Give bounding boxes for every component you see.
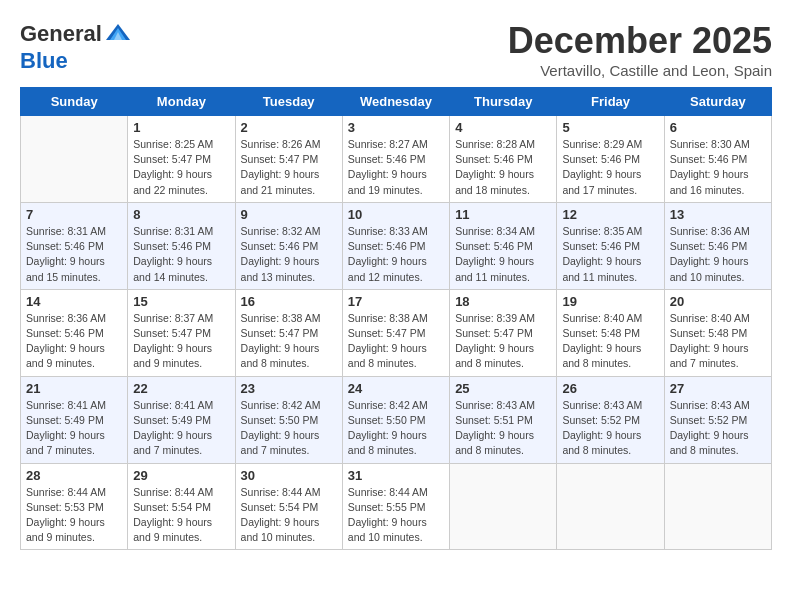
calendar-cell: 13Sunrise: 8:36 AMSunset: 5:46 PMDayligh… — [664, 202, 771, 289]
day-number: 10 — [348, 207, 444, 222]
day-number: 5 — [562, 120, 658, 135]
day-number: 19 — [562, 294, 658, 309]
cell-info: Sunrise: 8:44 AMSunset: 5:55 PMDaylight:… — [348, 485, 444, 546]
day-number: 17 — [348, 294, 444, 309]
title-section: December 2025 Vertavillo, Castille and L… — [508, 20, 772, 79]
page-header: General Blue December 2025 Vertavillo, C… — [20, 20, 772, 79]
cell-info: Sunrise: 8:31 AMSunset: 5:46 PMDaylight:… — [133, 224, 229, 285]
calendar-cell — [664, 463, 771, 550]
cell-info: Sunrise: 8:32 AMSunset: 5:46 PMDaylight:… — [241, 224, 337, 285]
calendar-cell: 24Sunrise: 8:42 AMSunset: 5:50 PMDayligh… — [342, 376, 449, 463]
day-number: 3 — [348, 120, 444, 135]
cell-info: Sunrise: 8:43 AMSunset: 5:52 PMDaylight:… — [562, 398, 658, 459]
logo-blue-text: Blue — [20, 48, 68, 74]
cell-info: Sunrise: 8:26 AMSunset: 5:47 PMDaylight:… — [241, 137, 337, 198]
calendar-cell: 26Sunrise: 8:43 AMSunset: 5:52 PMDayligh… — [557, 376, 664, 463]
cell-info: Sunrise: 8:42 AMSunset: 5:50 PMDaylight:… — [241, 398, 337, 459]
cell-info: Sunrise: 8:40 AMSunset: 5:48 PMDaylight:… — [670, 311, 766, 372]
calendar-cell: 22Sunrise: 8:41 AMSunset: 5:49 PMDayligh… — [128, 376, 235, 463]
calendar-cell: 1Sunrise: 8:25 AMSunset: 5:47 PMDaylight… — [128, 116, 235, 203]
calendar-cell: 14Sunrise: 8:36 AMSunset: 5:46 PMDayligh… — [21, 289, 128, 376]
calendar-cell: 31Sunrise: 8:44 AMSunset: 5:55 PMDayligh… — [342, 463, 449, 550]
calendar-cell: 17Sunrise: 8:38 AMSunset: 5:47 PMDayligh… — [342, 289, 449, 376]
cell-info: Sunrise: 8:41 AMSunset: 5:49 PMDaylight:… — [133, 398, 229, 459]
day-number: 29 — [133, 468, 229, 483]
calendar-week-row: 28Sunrise: 8:44 AMSunset: 5:53 PMDayligh… — [21, 463, 772, 550]
day-number: 12 — [562, 207, 658, 222]
cell-info: Sunrise: 8:36 AMSunset: 5:46 PMDaylight:… — [670, 224, 766, 285]
day-number: 31 — [348, 468, 444, 483]
cell-info: Sunrise: 8:43 AMSunset: 5:51 PMDaylight:… — [455, 398, 551, 459]
calendar-cell: 9Sunrise: 8:32 AMSunset: 5:46 PMDaylight… — [235, 202, 342, 289]
day-number: 27 — [670, 381, 766, 396]
cell-info: Sunrise: 8:44 AMSunset: 5:54 PMDaylight:… — [133, 485, 229, 546]
cell-info: Sunrise: 8:25 AMSunset: 5:47 PMDaylight:… — [133, 137, 229, 198]
day-number: 23 — [241, 381, 337, 396]
day-number: 9 — [241, 207, 337, 222]
weekday-header-wednesday: Wednesday — [342, 88, 449, 116]
calendar-cell: 11Sunrise: 8:34 AMSunset: 5:46 PMDayligh… — [450, 202, 557, 289]
day-number: 1 — [133, 120, 229, 135]
day-number: 13 — [670, 207, 766, 222]
logo-general-text: General — [20, 21, 102, 47]
calendar-cell: 12Sunrise: 8:35 AMSunset: 5:46 PMDayligh… — [557, 202, 664, 289]
cell-info: Sunrise: 8:29 AMSunset: 5:46 PMDaylight:… — [562, 137, 658, 198]
calendar-cell: 18Sunrise: 8:39 AMSunset: 5:47 PMDayligh… — [450, 289, 557, 376]
calendar-cell: 19Sunrise: 8:40 AMSunset: 5:48 PMDayligh… — [557, 289, 664, 376]
day-number: 2 — [241, 120, 337, 135]
weekday-header-thursday: Thursday — [450, 88, 557, 116]
calendar-week-row: 14Sunrise: 8:36 AMSunset: 5:46 PMDayligh… — [21, 289, 772, 376]
cell-info: Sunrise: 8:28 AMSunset: 5:46 PMDaylight:… — [455, 137, 551, 198]
day-number: 20 — [670, 294, 766, 309]
calendar-cell: 8Sunrise: 8:31 AMSunset: 5:46 PMDaylight… — [128, 202, 235, 289]
cell-info: Sunrise: 8:36 AMSunset: 5:46 PMDaylight:… — [26, 311, 122, 372]
calendar-cell — [557, 463, 664, 550]
day-number: 15 — [133, 294, 229, 309]
day-number: 11 — [455, 207, 551, 222]
calendar-cell: 3Sunrise: 8:27 AMSunset: 5:46 PMDaylight… — [342, 116, 449, 203]
cell-info: Sunrise: 8:44 AMSunset: 5:53 PMDaylight:… — [26, 485, 122, 546]
calendar-cell: 4Sunrise: 8:28 AMSunset: 5:46 PMDaylight… — [450, 116, 557, 203]
cell-info: Sunrise: 8:39 AMSunset: 5:47 PMDaylight:… — [455, 311, 551, 372]
calendar-week-row: 7Sunrise: 8:31 AMSunset: 5:46 PMDaylight… — [21, 202, 772, 289]
day-number: 4 — [455, 120, 551, 135]
month-title: December 2025 — [508, 20, 772, 62]
calendar-cell: 10Sunrise: 8:33 AMSunset: 5:46 PMDayligh… — [342, 202, 449, 289]
cell-info: Sunrise: 8:35 AMSunset: 5:46 PMDaylight:… — [562, 224, 658, 285]
weekday-header-sunday: Sunday — [21, 88, 128, 116]
calendar-cell: 16Sunrise: 8:38 AMSunset: 5:47 PMDayligh… — [235, 289, 342, 376]
cell-info: Sunrise: 8:38 AMSunset: 5:47 PMDaylight:… — [241, 311, 337, 372]
calendar-cell: 30Sunrise: 8:44 AMSunset: 5:54 PMDayligh… — [235, 463, 342, 550]
calendar-week-row: 21Sunrise: 8:41 AMSunset: 5:49 PMDayligh… — [21, 376, 772, 463]
cell-info: Sunrise: 8:27 AMSunset: 5:46 PMDaylight:… — [348, 137, 444, 198]
day-number: 30 — [241, 468, 337, 483]
day-number: 7 — [26, 207, 122, 222]
calendar-cell: 25Sunrise: 8:43 AMSunset: 5:51 PMDayligh… — [450, 376, 557, 463]
day-number: 26 — [562, 381, 658, 396]
day-number: 22 — [133, 381, 229, 396]
calendar-cell: 21Sunrise: 8:41 AMSunset: 5:49 PMDayligh… — [21, 376, 128, 463]
calendar-week-row: 1Sunrise: 8:25 AMSunset: 5:47 PMDaylight… — [21, 116, 772, 203]
cell-info: Sunrise: 8:43 AMSunset: 5:52 PMDaylight:… — [670, 398, 766, 459]
calendar-cell: 20Sunrise: 8:40 AMSunset: 5:48 PMDayligh… — [664, 289, 771, 376]
weekday-header-saturday: Saturday — [664, 88, 771, 116]
calendar-cell: 5Sunrise: 8:29 AMSunset: 5:46 PMDaylight… — [557, 116, 664, 203]
cell-info: Sunrise: 8:37 AMSunset: 5:47 PMDaylight:… — [133, 311, 229, 372]
calendar-cell: 7Sunrise: 8:31 AMSunset: 5:46 PMDaylight… — [21, 202, 128, 289]
cell-info: Sunrise: 8:44 AMSunset: 5:54 PMDaylight:… — [241, 485, 337, 546]
day-number: 25 — [455, 381, 551, 396]
calendar-cell: 6Sunrise: 8:30 AMSunset: 5:46 PMDaylight… — [664, 116, 771, 203]
calendar-cell: 28Sunrise: 8:44 AMSunset: 5:53 PMDayligh… — [21, 463, 128, 550]
weekday-header-monday: Monday — [128, 88, 235, 116]
day-number: 8 — [133, 207, 229, 222]
cell-info: Sunrise: 8:42 AMSunset: 5:50 PMDaylight:… — [348, 398, 444, 459]
weekday-header-row: SundayMondayTuesdayWednesdayThursdayFrid… — [21, 88, 772, 116]
calendar-cell — [21, 116, 128, 203]
calendar-cell: 2Sunrise: 8:26 AMSunset: 5:47 PMDaylight… — [235, 116, 342, 203]
logo: General Blue — [20, 20, 132, 74]
calendar-table: SundayMondayTuesdayWednesdayThursdayFrid… — [20, 87, 772, 550]
calendar-cell: 27Sunrise: 8:43 AMSunset: 5:52 PMDayligh… — [664, 376, 771, 463]
cell-info: Sunrise: 8:30 AMSunset: 5:46 PMDaylight:… — [670, 137, 766, 198]
day-number: 6 — [670, 120, 766, 135]
day-number: 16 — [241, 294, 337, 309]
